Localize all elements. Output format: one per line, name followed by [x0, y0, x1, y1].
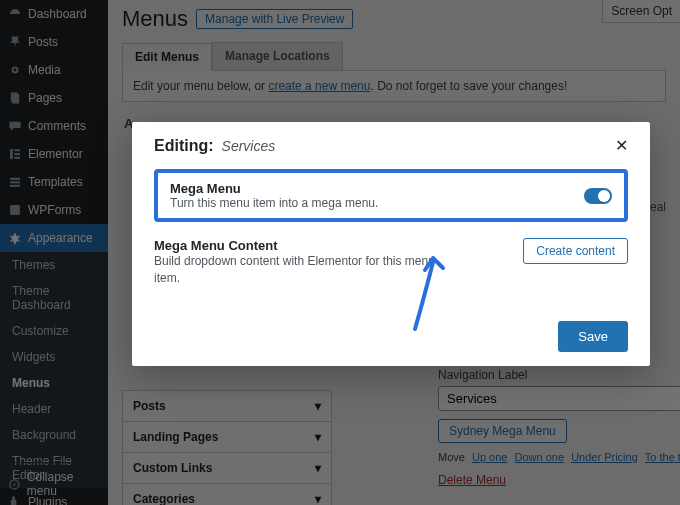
mega-menu-toggle[interactable]	[584, 188, 612, 204]
row-title: Mega Menu Content	[154, 238, 454, 253]
mega-menu-modal: Editing: Services ✕ Mega Menu Turn this …	[132, 122, 650, 366]
mega-menu-toggle-row: Mega Menu Turn this menu item into a meg…	[154, 169, 628, 222]
modal-subtitle: Services	[222, 138, 276, 154]
row-desc: Build dropdown content with Elementor fo…	[154, 253, 454, 287]
save-button[interactable]: Save	[558, 321, 628, 352]
close-icon[interactable]: ✕	[615, 136, 628, 155]
row-title: Mega Menu	[170, 181, 378, 196]
mega-menu-content-row: Mega Menu Content Build dropdown content…	[154, 238, 628, 287]
row-desc: Turn this menu item into a mega menu.	[170, 196, 378, 210]
create-content-button[interactable]: Create content	[523, 238, 628, 264]
modal-title: Editing: Services	[154, 137, 275, 155]
